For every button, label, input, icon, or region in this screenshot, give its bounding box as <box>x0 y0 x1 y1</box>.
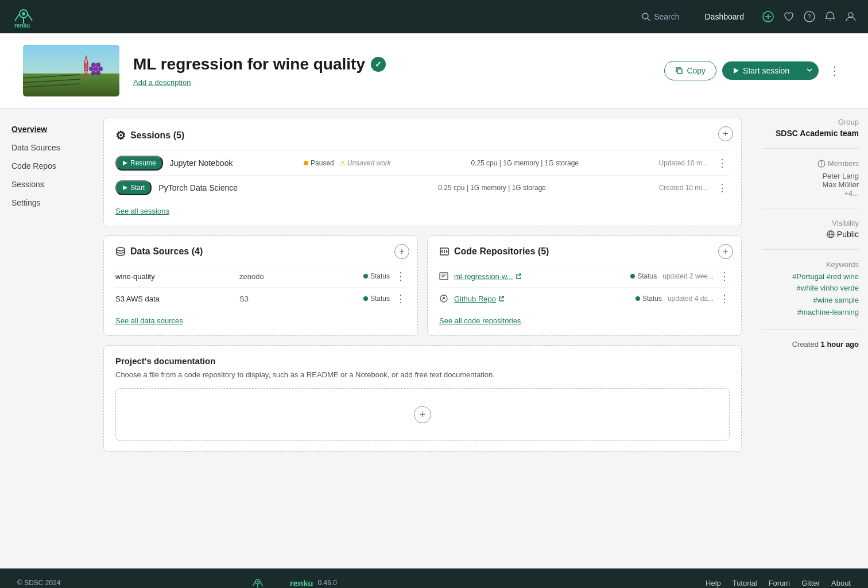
project-thumbnail <box>23 45 119 96</box>
right-panel: Group SDSC Academic team Members Peter L… <box>753 109 868 568</box>
resume-button[interactable]: Resume <box>115 156 163 171</box>
svg-rect-29 <box>677 69 682 74</box>
created-section: Created 1 hour ago <box>762 340 859 359</box>
footer-logo: renku 0.46.0 <box>251 576 337 588</box>
data-source-row: wine-quality zenodo Status ⋮ <box>115 265 406 287</box>
repo-menu-button[interactable]: ⋮ <box>719 270 730 283</box>
code-icon <box>439 246 450 257</box>
visibility-section: Visibility Public <box>762 219 859 250</box>
repo-name-link[interactable]: Github Repo <box>454 295 630 303</box>
session-menu-button[interactable]: ⋮ <box>715 157 730 169</box>
visibility-label: Visibility <box>762 219 859 227</box>
plus-icon[interactable] <box>762 11 774 22</box>
cards-row: Data Sources (4) + wine-quality zenodo S… <box>103 235 742 336</box>
external-link-icon <box>516 273 521 279</box>
globe-icon <box>827 230 835 238</box>
status-dot-green <box>363 274 368 278</box>
data-sources-add-button[interactable]: + <box>394 244 409 259</box>
data-sources-card: Data Sources (4) + wine-quality zenodo S… <box>103 235 418 336</box>
svg-point-27 <box>91 71 96 75</box>
see-all-code-repos-link[interactable]: See all code repositories <box>439 316 521 325</box>
svg-line-48 <box>253 582 255 586</box>
repo-status: Status <box>630 272 657 280</box>
data-sources-title: Data Sources (4) <box>115 246 406 257</box>
logo[interactable]: renku <box>11 5 36 29</box>
project-title: ML regression for wine quality ✓ <box>133 55 650 74</box>
search-icon <box>641 12 650 21</box>
play-icon-small <box>122 160 128 166</box>
svg-marker-32 <box>123 185 127 190</box>
add-description-link[interactable]: Add a description <box>133 78 650 87</box>
svg-point-25 <box>89 67 94 71</box>
copy-button[interactable]: Copy <box>664 61 716 80</box>
footer-link-tutorial[interactable]: Tutorial <box>733 579 757 587</box>
more-options-button[interactable]: ⋮ <box>824 61 845 80</box>
header-actions: Copy Start session ⋮ <box>664 61 845 80</box>
notifications-icon[interactable] <box>824 11 836 22</box>
sidebar-item-code-repos[interactable]: Code Repos <box>11 157 80 175</box>
sessions-card: ⚙ Sessions (5) + Resume Jupyter Notebook… <box>103 118 742 226</box>
svg-point-28 <box>96 71 100 75</box>
external-link-icon <box>498 296 504 301</box>
code-repos-title: Code Repositories (5) <box>439 246 730 257</box>
svg-marker-30 <box>734 68 739 74</box>
data-menu-button[interactable]: ⋮ <box>396 292 406 305</box>
keywords-section: Keywords #Portugal #red wine #white vinh… <box>762 260 859 330</box>
footer: © SDSC 2024 renku 0.46.0 Help Tutorial F… <box>0 568 868 588</box>
repo-icon <box>439 272 448 281</box>
play-icon <box>733 67 739 74</box>
sidebar-item-data-sources[interactable]: Data Sources <box>11 138 80 157</box>
session-resources: 0.25 cpu | 1G memory | 1G storage <box>332 184 652 192</box>
doc-title: Project's documentation <box>115 356 730 366</box>
session-row: Start PyTorch Data Science 0.25 cpu | 1G… <box>115 175 730 200</box>
members-more: +4... <box>762 189 859 198</box>
svg-text:renku: renku <box>14 22 30 29</box>
repo-name-link[interactable]: ml-regression-w... <box>454 272 625 281</box>
footer-link-help[interactable]: Help <box>706 579 721 587</box>
project-title-area: ML regression for wine quality ✓ Add a d… <box>133 55 650 87</box>
verified-badge: ✓ <box>371 57 386 72</box>
group-label: Group <box>762 118 859 126</box>
repo-updated: updated 4 da... <box>668 295 714 303</box>
doc-add-area: + <box>115 388 730 441</box>
repo-row: ml-regression-w... Status updated 2 wee.… <box>439 265 730 287</box>
sessions-card-title: ⚙ Sessions (5) <box>115 129 730 142</box>
svg-line-8 <box>648 18 650 21</box>
repo-menu-button[interactable]: ⋮ <box>719 292 730 305</box>
doc-description: Choose a file from a code repository to … <box>115 370 730 379</box>
group-section: Group SDSC Academic team <box>762 118 859 149</box>
doc-add-button[interactable]: + <box>414 406 431 423</box>
user-icon[interactable] <box>845 11 857 22</box>
chevron-down-icon <box>806 67 813 74</box>
database-icon <box>115 246 126 257</box>
data-status: Status <box>363 272 390 280</box>
start-button[interactable]: Start <box>115 180 152 195</box>
data-status: Status <box>363 295 390 303</box>
keyword: #wine sample <box>762 295 859 307</box>
svg-marker-31 <box>123 161 127 165</box>
keyword: #machine-learning <box>762 307 859 319</box>
search-button[interactable]: Search <box>634 9 686 25</box>
svg-point-26 <box>98 67 103 71</box>
sidebar-item-sessions[interactable]: Sessions <box>11 175 80 194</box>
sidebar-item-settings[interactable]: Settings <box>11 194 80 212</box>
svg-point-14 <box>848 13 853 17</box>
session-menu-button[interactable]: ⋮ <box>715 181 730 194</box>
footer-link-about[interactable]: About <box>831 579 851 587</box>
session-name: Jupyter Notebook <box>170 158 297 168</box>
dashboard-link[interactable]: Dashboard <box>698 9 751 25</box>
data-menu-button[interactable]: ⋮ <box>396 270 406 283</box>
start-session-button[interactable]: Start session <box>722 61 800 80</box>
start-session-dropdown-button[interactable] <box>800 61 819 80</box>
sidebar-item-overview[interactable]: Overview <box>11 120 80 138</box>
footer-link-forum[interactable]: Forum <box>769 579 790 587</box>
see-all-data-sources-link[interactable]: See all data sources <box>115 316 183 325</box>
see-all-sessions-link[interactable]: See all sessions <box>115 207 169 215</box>
footer-link-gitter[interactable]: Gitter <box>801 579 820 587</box>
members-label: Members <box>762 159 859 169</box>
sessions-add-button[interactable]: + <box>718 126 733 141</box>
help-icon[interactable]: ? <box>804 11 815 22</box>
keywords-label: Keywords <box>762 260 859 269</box>
heart-icon[interactable] <box>783 11 795 22</box>
code-repos-add-button[interactable]: + <box>718 244 733 259</box>
